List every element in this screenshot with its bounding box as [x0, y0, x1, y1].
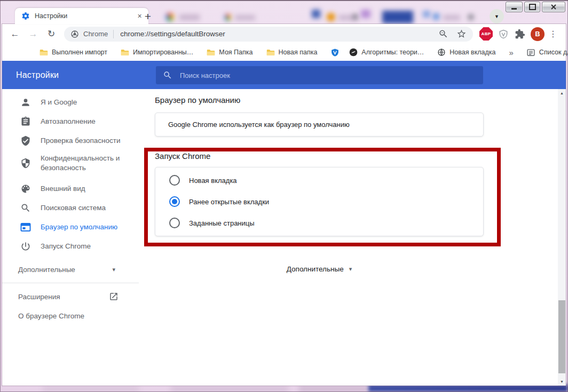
sidebar-item-safety-check[interactable]: Проверка безопасности [2, 131, 139, 150]
scrollbar-up-arrow[interactable]: ▲ [558, 89, 566, 97]
extensions-puzzle-icon[interactable] [514, 28, 526, 40]
browser-tab-settings[interactable]: Настройки × [15, 8, 148, 24]
window-top-border [0, 0, 568, 1]
radio-label: Заданные страницы [189, 219, 255, 227]
caret-down-icon: ▾ [112, 266, 115, 273]
radio-label: Новая вкладка [189, 177, 237, 185]
settings-search-box[interactable] [156, 66, 483, 84]
desktop-label-blur [179, 14, 200, 20]
scrollbar-down-arrow[interactable]: ▼ [558, 378, 566, 386]
window-controls [506, 2, 565, 12]
bookmark-star-icon[interactable] [456, 29, 467, 39]
address-bar[interactable]: Chrome chrome://settings/defaultBrowser [64, 27, 473, 42]
zenmate-shield-icon [330, 48, 340, 57]
caret-down-icon: ▾ [349, 266, 352, 273]
desktop-icon-blur [312, 10, 320, 18]
radio-button[interactable] [169, 218, 180, 228]
bookmark-folder[interactable]: Новая папка [266, 49, 318, 56]
forward-button[interactable]: → [26, 27, 41, 42]
sidebar-item-label: Расширения [18, 293, 60, 301]
palette-icon [20, 183, 31, 194]
bookmark-new-tab[interactable]: Новая вкладка [437, 48, 495, 57]
sidebar-item-label: Конфиденциальность и безопасность [41, 154, 132, 173]
settings-title: Настройки [16, 70, 59, 80]
back-button[interactable]: ← [7, 27, 22, 42]
tab-title: Настройки [35, 12, 135, 20]
radio-button[interactable] [169, 175, 180, 186]
sidebar-item-privacy[interactable]: Конфиденциальность и безопасность [2, 150, 139, 176]
taskbar-blur [171, 386, 288, 391]
startup-option-specific-pages[interactable]: Заданные страницы [155, 212, 483, 234]
sidebar-item-search-engine[interactable]: Поисковая система [2, 198, 139, 218]
zoom-out-icon[interactable] [438, 29, 448, 39]
settings-sidebar: Я и Google Автозаполнение Проверка безоп… [2, 89, 139, 325]
bookmark-folder[interactable]: Выполнен импорт [40, 49, 107, 56]
chrome-page-icon [70, 30, 79, 38]
desktop-icon-blur [468, 14, 474, 20]
startup-option-new-tab[interactable]: Новая вкладка [155, 170, 483, 191]
bookmark-zenmate[interactable] [330, 48, 340, 57]
default-browser-status: Google Chrome используется как браузер п… [168, 121, 350, 129]
settings-content: Я и Google Автозаполнение Проверка безоп… [2, 89, 566, 386]
sidebar-item-about-chrome[interactable]: О браузере Chrome [2, 306, 139, 325]
bookmarks-bar: Выполнен импорт Импортированны… Моя Папк… [2, 44, 566, 61]
advanced-button-label: Дополнительные [287, 265, 344, 273]
scrollbar-thumb[interactable] [558, 300, 565, 373]
bookmark-label: Новая вкладка [449, 49, 495, 56]
browser-menu-icon[interactable]: ⋮ [548, 27, 558, 41]
advanced-sections-button[interactable]: Дополнительные ▾ [155, 262, 484, 275]
desktop-icon-blur [327, 13, 335, 21]
browser-toolbar: ← → ↻ Chrome chrome://settings/defaultBr… [2, 24, 566, 44]
minimize-button[interactable] [506, 2, 523, 12]
browser-window: ← → ↻ Chrome chrome://settings/defaultBr… [2, 24, 566, 386]
on-startup-card: Новая вкладка Ранее открытые вкладки Зад… [155, 167, 484, 236]
minimize-icon [511, 8, 517, 10]
scrollbar[interactable]: ▲ ▼ [558, 89, 566, 386]
sidebar-advanced-toggle[interactable]: Дополнительные ▾ [2, 261, 139, 277]
radio-button[interactable] [169, 196, 180, 207]
power-icon [20, 241, 31, 252]
reading-list-button[interactable]: Список для чтения [526, 48, 568, 57]
startup-option-continue[interactable]: Ранее открытые вкладки [155, 191, 483, 212]
shield-extension-icon[interactable] [498, 28, 509, 40]
sidebar-item-extensions[interactable]: Расширения [2, 287, 139, 306]
sidebar-advanced-label: Дополнительные [18, 266, 75, 274]
bookmarks-overflow-icon[interactable]: » [509, 48, 514, 57]
bookmark-folder[interactable]: Импортированны… [121, 49, 193, 56]
site-label: Chrome [83, 30, 108, 38]
reload-button[interactable]: ↻ [44, 27, 59, 42]
settings-search-input[interactable] [179, 71, 476, 80]
desktop-label-blur [235, 15, 255, 20]
search-icon [163, 70, 172, 80]
close-window-button[interactable] [542, 2, 565, 12]
desktop-icon-blur [432, 13, 440, 20]
taskbar-blur [299, 386, 368, 392]
profile-avatar[interactable]: B [531, 27, 545, 41]
restore-button[interactable] [524, 2, 540, 12]
url-text: chrome://settings/defaultBrowser [120, 30, 430, 38]
restore-icon [529, 4, 536, 10]
shield-check-icon [20, 135, 31, 146]
clipboard-icon [20, 116, 31, 127]
reading-list-icon [526, 48, 535, 57]
sidebar-item-appearance[interactable]: Внешний вид [2, 179, 139, 198]
new-tab-button[interactable]: + [140, 9, 155, 24]
external-link-icon [109, 292, 119, 301]
desktop-icon-blur [352, 14, 358, 20]
person-icon [20, 97, 31, 108]
bookmark-label: Алгоритмы: теори… [361, 49, 424, 56]
sidebar-item-on-startup[interactable]: Запуск Chrome [2, 237, 139, 256]
bookmark-folder[interactable]: Моя Папка [207, 49, 253, 56]
sidebar-item-me-and-google[interactable]: Я и Google [2, 93, 139, 112]
tab-search-button[interactable]: ▼ [490, 9, 504, 23]
bookmark-algorithms[interactable]: Алгоритмы: теори… [349, 48, 424, 57]
bookmark-label: Моя Папка [219, 49, 253, 56]
reading-list-label: Список для чтения [539, 49, 568, 56]
adblock-plus-icon[interactable]: ABP [479, 27, 493, 41]
desktop-icon-blur [224, 14, 231, 21]
desktop-icon-blur [165, 13, 174, 21]
sidebar-item-default-browser[interactable]: Браузер по умолчанию [2, 218, 139, 237]
sidebar-item-label: Поисковая система [41, 203, 132, 213]
tab-search-caret-icon: ▼ [494, 14, 499, 19]
sidebar-item-autofill[interactable]: Автозаполнение [2, 112, 139, 131]
